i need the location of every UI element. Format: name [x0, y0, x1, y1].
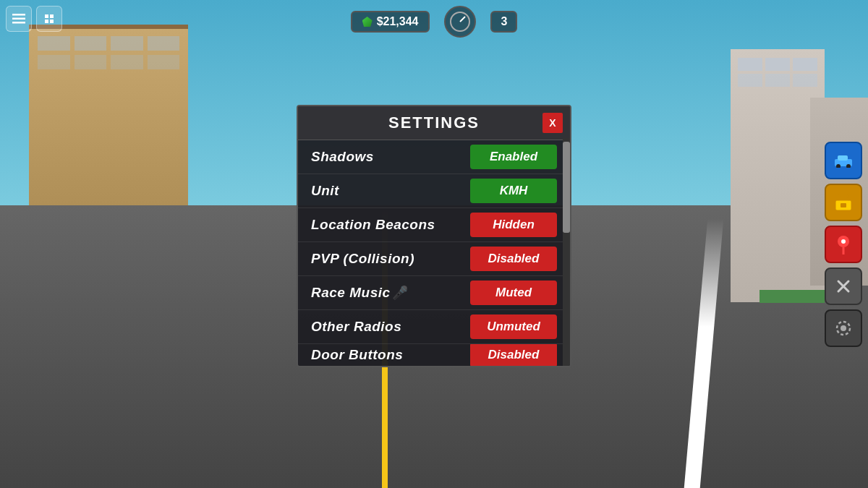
- svg-rect-14: [841, 203, 846, 207]
- settings-button[interactable]: [825, 309, 862, 347]
- door-buttons-label: Door Buttons: [311, 347, 403, 363]
- race-music-value[interactable]: Muted: [470, 281, 557, 305]
- microphone-icon: 🎤: [392, 285, 408, 301]
- other-radios-label: Other Radios: [311, 319, 401, 335]
- hud-player-count: 3: [490, 11, 517, 33]
- grass-strip: [760, 290, 825, 303]
- location-beacons-label: Location Beacons: [311, 217, 435, 233]
- pvp-label: PVP (Collision): [311, 251, 414, 267]
- unit-label: Unit: [311, 183, 339, 199]
- pvp-value[interactable]: Disabled: [470, 247, 557, 271]
- road-white-line: [684, 219, 724, 488]
- gem-icon: [362, 17, 373, 27]
- player-count-value: 3: [501, 15, 507, 27]
- money-value: $21,344: [377, 15, 419, 28]
- hud-speedometer: [444, 6, 476, 38]
- hud-right-icons: [825, 142, 862, 347]
- hud-top-center: $21,344 3: [0, 6, 868, 38]
- settings-body: Shadows Enabled Unit KMH Location Beacon…: [298, 140, 570, 366]
- settings-header: SETTINGS X: [298, 106, 570, 140]
- other-radios-value[interactable]: Unmuted: [470, 314, 557, 339]
- shadows-value[interactable]: Enabled: [470, 145, 557, 169]
- settings-scrollbar-thumb: [563, 142, 570, 233]
- svg-rect-10: [838, 155, 848, 160]
- unit-value[interactable]: KMH: [470, 179, 557, 203]
- door-buttons-value[interactable]: Disabled: [470, 344, 557, 366]
- settings-row-unit: Unit KMH: [298, 174, 570, 208]
- location-beacons-value[interactable]: Hidden: [470, 213, 557, 237]
- settings-row-door-buttons: Door Buttons Disabled: [298, 344, 570, 366]
- settings-row-other-radios: Other Radios Unmuted: [298, 310, 570, 344]
- settings-row-shadows: Shadows Enabled: [298, 140, 570, 174]
- hud-money-display: $21,344: [351, 11, 430, 33]
- svg-line-8: [460, 17, 465, 22]
- svg-point-19: [841, 325, 846, 331]
- settings-row-race-music: Race Music 🎤 Muted: [298, 276, 570, 310]
- tools-button[interactable]: [825, 267, 862, 305]
- car-button[interactable]: [825, 142, 862, 179]
- settings-row-pvp: PVP (Collision) Disabled: [298, 242, 570, 276]
- race-music-label: Race Music: [311, 285, 391, 301]
- settings-scrollbar[interactable]: [563, 138, 570, 366]
- settings-close-button[interactable]: X: [542, 113, 563, 133]
- settings-row-location-beacons: Location Beacons Hidden: [298, 208, 570, 242]
- svg-point-16: [841, 239, 846, 244]
- shadows-label: Shadows: [311, 149, 374, 165]
- map-button[interactable]: [825, 226, 862, 263]
- shop-button[interactable]: [825, 184, 862, 221]
- settings-panel: SETTINGS X Shadows Enabled Unit KMH Loca…: [297, 105, 571, 367]
- settings-title: SETTINGS: [388, 114, 480, 132]
